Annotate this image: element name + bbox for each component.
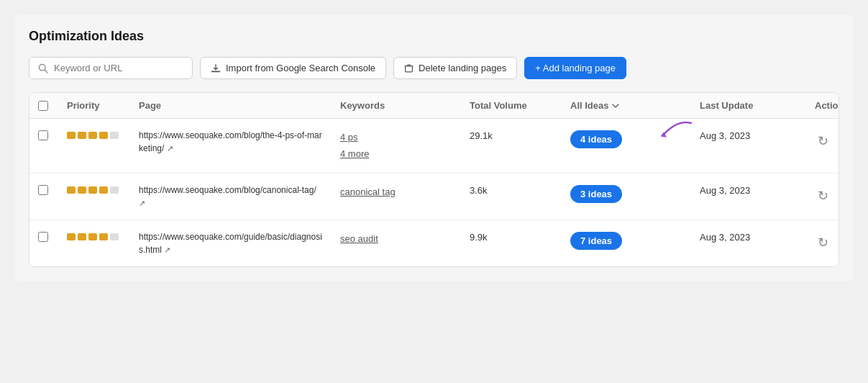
header-ideas[interactable]: All Ideas <box>562 100 691 111</box>
volume-cell: 29.1k <box>461 129 562 141</box>
refresh-button[interactable]: ↻ <box>815 232 831 253</box>
ideas-cell[interactable]: 3 ideas <box>562 184 691 203</box>
priority-bar <box>88 233 97 240</box>
table-row: https://www.seoquake.com/guide/basic/dia… <box>29 220 839 266</box>
priority-indicator <box>58 184 130 197</box>
search-box[interactable] <box>29 57 193 79</box>
priority-bar <box>78 233 86 240</box>
ideas-badge[interactable]: 4 ideas <box>570 130 622 148</box>
external-link[interactable]: ↗ <box>167 144 173 153</box>
chevron-down-icon <box>611 102 620 110</box>
header-keywords: Keywords <box>332 100 461 111</box>
priority-bar <box>99 132 108 139</box>
table-row: https://www.seoquake.com/blog/canonical-… <box>29 174 839 220</box>
svg-rect-3 <box>406 66 413 71</box>
priority-bar-empty <box>110 186 119 194</box>
row-select-checkbox[interactable] <box>38 130 48 140</box>
priority-bar-empty <box>110 132 119 139</box>
header-page: Page <box>130 100 332 111</box>
row-select-checkbox[interactable] <box>38 185 48 195</box>
toolbar: Import from Google Search Console Delete… <box>29 57 839 79</box>
last-update-cell: Aug 3, 2023 <box>691 184 806 196</box>
delete-button[interactable]: Delete landing pages <box>393 57 517 79</box>
priority-bar <box>67 233 76 240</box>
row-checkbox[interactable] <box>29 129 58 143</box>
last-update-cell: Aug 3, 2023 <box>691 129 806 141</box>
header-volume: Total Volume <box>461 100 562 111</box>
add-landing-page-button[interactable]: + Add landing page <box>524 57 626 79</box>
ideas-cell[interactable]: 4 ideas <box>562 129 691 148</box>
svg-rect-2 <box>211 71 220 72</box>
table-header: Priority Page Keywords Total Volume All … <box>29 93 839 119</box>
svg-line-1 <box>45 70 47 73</box>
ideas-badge[interactable]: 7 ideas <box>570 232 622 250</box>
keywords-cell: seo audit <box>332 230 461 247</box>
external-link[interactable]: ↗ <box>164 245 170 254</box>
settings-button[interactable]: ⚙ <box>837 130 839 152</box>
priority-bar <box>78 132 86 139</box>
actions-cell: ↻ ⚙ <box>806 230 839 253</box>
actions-cell: ↻ ⚙ <box>806 129 839 152</box>
header-actions: Actions <box>806 100 839 111</box>
search-icon <box>38 63 48 73</box>
priority-bar <box>88 132 97 139</box>
volume-cell: 9.9k <box>461 230 562 243</box>
search-input[interactable] <box>54 63 183 73</box>
arrow-annotation <box>634 116 698 159</box>
priority-bar <box>99 186 108 194</box>
ideas-badge[interactable]: 3 ideas <box>570 185 622 203</box>
import-button[interactable]: Import from Google Search Console <box>200 57 386 79</box>
header-checkbox[interactable] <box>29 100 58 111</box>
priority-bar <box>67 186 76 194</box>
actions-cell: ↻ ⚙ <box>806 184 839 207</box>
page-url: https://www.seoquake.com/blog/canonical-… <box>130 184 332 209</box>
keyword-link[interactable]: 4 ps <box>340 129 452 145</box>
priority-indicator <box>58 129 130 142</box>
keyword-more-link[interactable]: 4 more <box>340 145 452 162</box>
refresh-button[interactable]: ↻ <box>815 130 831 152</box>
settings-button[interactable]: ⚙ <box>837 232 839 253</box>
settings-button[interactable]: ⚙ <box>837 185 839 207</box>
volume-cell: 3.6k <box>461 184 562 196</box>
priority-bar <box>67 132 76 139</box>
page-url: https://www.seoquake.com/guide/basic/dia… <box>130 230 332 256</box>
main-container: Optimization Ideas Import from Google Se… <box>14 14 854 281</box>
refresh-button[interactable]: ↻ <box>815 185 831 207</box>
keyword-link[interactable]: canonical tag <box>340 184 452 200</box>
external-link[interactable]: ↗ <box>139 199 145 207</box>
trash-icon <box>404 63 414 73</box>
priority-bar <box>88 186 97 194</box>
keywords-cell: canonical tag <box>332 184 461 200</box>
keyword-link[interactable]: seo audit <box>340 230 452 247</box>
header-priority: Priority <box>58 100 130 111</box>
header-last-update: Last Update <box>691 100 806 111</box>
table-row: https://www.seoquake.com/blog/the-4-ps-o… <box>29 119 839 174</box>
page-title: Optimization Ideas <box>29 29 839 44</box>
priority-bar-empty <box>110 233 119 240</box>
ideas-cell[interactable]: 7 ideas <box>562 230 691 250</box>
last-update-cell: Aug 3, 2023 <box>691 230 806 243</box>
import-icon <box>211 63 221 73</box>
row-select-checkbox[interactable] <box>38 232 48 242</box>
priority-bar <box>78 186 86 194</box>
keywords-cell: 4 ps 4 more <box>332 129 461 163</box>
priority-indicator <box>58 230 130 243</box>
select-all-checkbox[interactable] <box>38 101 48 111</box>
optimization-table: Priority Page Keywords Total Volume All … <box>29 92 839 267</box>
page-url: https://www.seoquake.com/blog/the-4-ps-o… <box>130 129 332 155</box>
row-checkbox[interactable] <box>29 184 58 197</box>
row-checkbox[interactable] <box>29 230 58 244</box>
priority-bar <box>99 233 108 240</box>
